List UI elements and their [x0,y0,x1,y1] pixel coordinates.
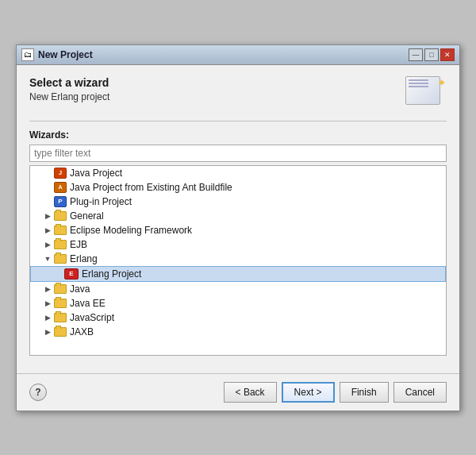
help-button[interactable]: ? [29,384,47,401]
close-button[interactable]: ✕ [440,48,455,61]
expand-icon[interactable]: ▶ [43,226,52,235]
expand-icon[interactable]: ▼ [43,254,52,264]
cancel-button[interactable]: Cancel [393,382,447,403]
footer-buttons: < Back Next > Finish Cancel [224,382,447,403]
header-section: Select a wizard New Erlang project ✦ [29,76,447,111]
minimize-button[interactable]: — [409,48,423,61]
dialog-content: Select a wizard New Erlang project ✦ Wiz… [17,65,459,367]
title-bar: 🗂 New Project — □ ✕ [17,45,459,65]
folder-icon [54,240,67,249]
finish-button[interactable]: Finish [340,382,389,403]
maximize-button[interactable]: □ [424,48,439,61]
folder-icon [54,313,67,322]
erlang-project-icon: E [64,268,79,280]
java-project-icon: J [54,168,67,179]
folder-icon [54,299,67,308]
expand-icon [43,197,52,206]
dialog-subtitle: New Erlang project [29,91,109,102]
wizard-icon-container: ✦ [405,76,447,111]
folder-icon [54,284,67,294]
expand-icon [43,168,52,178]
item-label: Java EE [70,298,106,309]
next-button[interactable]: Next > [282,382,335,403]
list-item[interactable]: ▶ Eclipse Modeling Framework [30,223,446,237]
wizard-icon-image [405,76,440,105]
list-item[interactable]: ▶ JavaScript [30,310,446,325]
new-project-window: 🗂 New Project — □ ✕ Select a wizard New … [16,44,460,411]
dialog-footer: ? < Back Next > Finish Cancel [17,373,459,411]
expand-icon[interactable]: ▶ [43,327,52,337]
expand-icon [43,183,52,192]
list-item[interactable]: E Erlang Project [30,266,446,282]
expand-icon[interactable]: ▶ [43,313,52,322]
item-label: EJB [70,239,87,250]
list-item[interactable]: ▶ EJB [30,237,446,252]
expand-icon[interactable]: ▶ [43,299,52,308]
item-label: Eclipse Modeling Framework [70,225,192,236]
back-button[interactable]: < Back [224,382,277,403]
list-item[interactable]: ▶ General [30,209,446,223]
ant-project-icon: A [54,182,67,193]
expand-icon [53,269,63,279]
header-divider [29,121,447,121]
folder-icon [54,254,67,264]
list-item[interactable]: P Plug-in Project [30,195,446,209]
wizard-tree[interactable]: J Java Project A Java Project from Exist… [29,165,447,356]
item-label: Plug-in Project [70,196,132,207]
item-label: Java [70,283,90,295]
item-label: Java Project [70,168,122,179]
list-item[interactable]: ▶ Java EE [30,296,446,310]
plugin-project-icon: P [54,196,67,207]
item-label: JAXB [70,326,94,337]
filter-input[interactable] [29,145,447,162]
list-item[interactable]: ▶ Java [30,282,446,296]
item-label: Erlang Project [82,268,141,280]
expand-icon[interactable]: ▶ [43,211,52,221]
item-label: Java Project from Existing Ant Buildfile [70,182,232,193]
dialog-title: Select a wizard [29,76,109,89]
item-label: JavaScript [70,312,114,323]
list-item[interactable]: J Java Project [30,166,446,180]
window-title: New Project [38,49,93,60]
expand-icon[interactable]: ▶ [43,240,52,249]
folder-icon [54,211,67,221]
wizards-label: Wizards: [29,129,447,141]
window-icon: 🗂 [21,48,34,61]
wizard-icon-star: ✦ [437,76,447,89]
list-item[interactable]: A Java Project from Existing Ant Buildfi… [30,180,446,195]
folder-icon [54,327,67,337]
expand-icon[interactable]: ▶ [43,284,52,294]
list-item[interactable]: ▼ Erlang [30,252,446,266]
folder-icon [54,226,67,235]
item-label: General [70,210,104,222]
item-label: Erlang [70,253,98,264]
list-item[interactable]: ▶ JAXB [30,325,446,339]
